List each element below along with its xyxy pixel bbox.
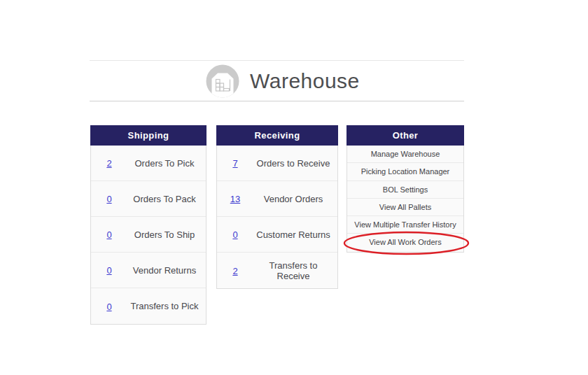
page-header: Warehouse	[206, 64, 360, 99]
row-orders-to-receive: 7 Orders to Receive	[217, 146, 337, 181]
count-cell: 0	[91, 264, 127, 276]
count-cell: 13	[217, 192, 253, 205]
vendor-orders-count-link[interactable]: 13	[230, 194, 240, 204]
row-vendor-returns: 0 Vendor Returns	[91, 253, 206, 288]
row-label: Vendor Returns	[127, 265, 206, 276]
row-transfers-to-receive: 2 Transfers to Receive	[217, 253, 337, 288]
row-label: Customer Returns	[253, 229, 337, 240]
row-transfers-to-pick: 0 Transfers to Pick	[91, 288, 206, 324]
menu-item-manage-warehouse[interactable]: Manage Warehouse	[347, 146, 463, 163]
row-label: Orders To Pack	[127, 194, 206, 204]
row-label: Vendor Orders	[253, 194, 337, 204]
row-label: Orders To Ship	[127, 229, 206, 240]
warehouse-icon	[206, 64, 239, 98]
row-label: Transfers to Pick	[127, 301, 206, 311]
orders-to-pick-count-link[interactable]: 2	[106, 158, 111, 169]
panel-receiving-body: 7 Orders to Receive 13 Vendor Orders 0 C…	[216, 146, 338, 289]
row-orders-to-ship: 0 Orders To Ship	[91, 217, 206, 253]
vendor-returns-count-link[interactable]: 0	[106, 265, 111, 276]
customer-returns-count-link[interactable]: 0	[232, 229, 237, 240]
menu-item-picking-location-manager[interactable]: Picking Location Manager	[347, 163, 463, 181]
row-vendor-orders: 13 Vendor Orders	[217, 181, 337, 217]
count-cell: 2	[217, 264, 253, 277]
header-divider-bottom	[90, 101, 464, 101]
menu-item-view-all-pallets[interactable]: View All Pallets	[347, 199, 463, 216]
count-cell: 0	[91, 228, 127, 241]
transfers-to-receive-count-link[interactable]: 2	[232, 266, 237, 276]
row-label: Orders To Pick	[127, 158, 206, 169]
panel-other-header: Other	[346, 125, 464, 146]
panel-other-body: Manage Warehouse Picking Location Manage…	[346, 146, 464, 253]
warehouse-dashboard-page: { "header": { "title": "Warehouse", "ico…	[0, 0, 588, 375]
row-customer-returns: 0 Customer Returns	[217, 217, 337, 253]
row-label: Orders to Receive	[253, 158, 337, 169]
menu-item-view-multiple-transfer-history[interactable]: View Multiple Transfer History	[347, 216, 463, 234]
row-orders-to-pick: 2 Orders To Pick	[91, 146, 206, 181]
transfers-to-pick-count-link[interactable]: 0	[106, 302, 111, 312]
count-cell: 7	[217, 157, 253, 169]
row-orders-to-pack: 0 Orders To Pack	[91, 181, 206, 217]
page-title: Warehouse	[250, 69, 360, 93]
panel-other: Other Manage Warehouse Picking Location …	[346, 125, 464, 253]
count-cell: 0	[91, 300, 127, 313]
panel-receiving-header: Receiving	[216, 125, 338, 146]
row-label: Transfers to Receive	[253, 260, 337, 281]
panel-shipping-body: 2 Orders To Pick 0 Orders To Pack 0 Orde…	[90, 146, 206, 325]
orders-to-ship-count-link[interactable]: 0	[106, 229, 111, 240]
panel-receiving: Receiving 7 Orders to Receive 13 Vendor …	[216, 125, 338, 289]
count-cell: 2	[91, 157, 127, 169]
panel-shipping: Shipping 2 Orders To Pick 0 Orders To Pa…	[90, 125, 206, 325]
orders-to-receive-count-link[interactable]: 7	[232, 158, 237, 169]
header-divider-top	[90, 60, 464, 61]
menu-item-bol-settings[interactable]: BOL Settings	[347, 181, 463, 199]
menu-item-view-all-work-orders[interactable]: View All Work Orders	[347, 234, 463, 251]
count-cell: 0	[91, 192, 127, 205]
count-cell: 0	[217, 228, 253, 241]
panel-shipping-header: Shipping	[90, 125, 206, 146]
orders-to-pack-count-link[interactable]: 0	[106, 194, 111, 204]
